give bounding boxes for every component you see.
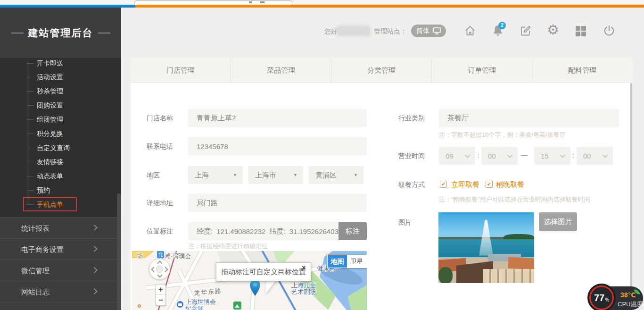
pan-knob[interactable] xyxy=(156,266,163,273)
sidebar-section-label: 电子商务设置 xyxy=(21,245,64,253)
district-select[interactable]: 黄浦区▼ xyxy=(309,166,363,184)
sidebar-item-activity[interactable]: 活动设置 xyxy=(37,70,63,84)
sidebar-scrollbar[interactable] xyxy=(117,193,121,310)
sidebar-item-group-manage[interactable]: 组团管理 xyxy=(37,112,63,126)
sidebar-item-booking[interactable]: 预约 xyxy=(37,183,50,197)
phone-input[interactable]: 12345678 xyxy=(188,137,367,155)
home-icon xyxy=(464,25,476,36)
start-minute-select[interactable]: 00 xyxy=(481,147,518,165)
monitor-icon xyxy=(433,27,441,34)
store-name-input[interactable]: 青青原上草2 xyxy=(188,109,367,127)
pickup-later-checkbox[interactable]: ✔ xyxy=(486,181,493,188)
sidebar-item-forms[interactable]: 动态表单 xyxy=(37,169,63,183)
photo-building-cream xyxy=(483,269,534,283)
chevron-right-icon xyxy=(91,288,98,294)
sidebar-item-groupbuy[interactable]: 团购设置 xyxy=(37,98,63,112)
end-minute-value: 00 xyxy=(583,152,591,160)
mark-location-button[interactable]: 标注 xyxy=(339,222,367,240)
usage-percent: 77 xyxy=(594,293,604,303)
sidebar-item-points[interactable]: 积分兑换 xyxy=(37,126,63,141)
close-icon[interactable]: × xyxy=(302,263,306,271)
category-input[interactable]: 茶餐厅 xyxy=(439,109,619,127)
map-pan-control[interactable] xyxy=(149,259,170,280)
pan-left-icon[interactable] xyxy=(151,267,156,272)
start-minute-value: 00 xyxy=(488,152,496,160)
longitude-value: 121.490882232 xyxy=(216,227,265,235)
language-switch-button[interactable]: 简体 xyxy=(411,25,446,37)
sidebar-section-ecommerce[interactable]: 电子商务设置 xyxy=(0,238,121,260)
usage-gauge[interactable]: 77 % xyxy=(589,285,614,310)
sidebar-section-reports[interactable]: 统计报表 xyxy=(0,217,121,238)
address-input[interactable]: 局门路 xyxy=(188,194,367,212)
choose-image-button[interactable]: 选择图片 xyxy=(539,212,577,231)
north-badge: 北 xyxy=(157,251,164,258)
username-redacted xyxy=(338,27,369,35)
home-button[interactable] xyxy=(464,25,476,38)
cpu-temp-value: 38℃ xyxy=(620,291,636,299)
grid-icon xyxy=(576,26,580,31)
grid-icon xyxy=(581,26,586,31)
map-label-plaza: 场 xyxy=(137,251,143,260)
sidebar-section-partial xyxy=(0,302,121,310)
sidebar-item-card-gift[interactable]: 开卡即送 xyxy=(37,56,63,70)
logout-button[interactable] xyxy=(603,25,615,39)
browser-url-box[interactable] xyxy=(134,0,292,5)
map-widget[interactable]: 场 外滩·湾璞会 龙华东路 上海世博会 纪念展 ♪ 上海儿童 艺术剧场 健康林 … xyxy=(132,251,367,310)
museum-poi-icon xyxy=(177,301,183,308)
tab-order-manage[interactable]: 订单管理 xyxy=(431,58,532,83)
small-poi-icon xyxy=(138,304,141,308)
content-scrollbar[interactable] xyxy=(630,83,632,310)
city-select[interactable]: 上海市▼ xyxy=(248,166,303,184)
tab-category-manage[interactable]: 分类管理 xyxy=(331,58,431,83)
pickup-label: 取餐方式 xyxy=(398,181,425,189)
chevron-down-icon xyxy=(507,152,513,158)
zoom-in-button[interactable]: + xyxy=(156,285,165,295)
edit-button[interactable] xyxy=(520,25,531,38)
sidebar-item-label: 团购设置 xyxy=(37,101,63,109)
map-label-theater2: 艺术剧场 xyxy=(291,288,316,296)
sidebar-item-custom-query[interactable]: 自定义查询 xyxy=(37,141,70,155)
tab-store-manage[interactable]: 门店管理 xyxy=(131,58,231,83)
gear-icon: ⚙ xyxy=(547,22,559,37)
pan-right-icon[interactable] xyxy=(163,267,168,272)
sidebar-item-label: 动态表单 xyxy=(37,172,63,180)
chevron-down-icon xyxy=(602,152,608,158)
sidebar-item-label: 秒杀管理 xyxy=(37,87,63,95)
sidebar-item-label: 积分兑换 xyxy=(37,130,63,137)
sidebar-item-flash-sale[interactable]: 秒杀管理 xyxy=(37,84,63,98)
tab-dish-manage[interactable]: 菜品管理 xyxy=(231,58,331,83)
pan-down-icon[interactable] xyxy=(157,272,162,277)
map-type-map-button[interactable]: 地图 xyxy=(328,255,347,268)
edit-icon xyxy=(520,25,531,36)
start-hour-select[interactable]: 09 xyxy=(439,147,475,165)
sidebar-section-logs[interactable]: 网站日志 xyxy=(0,281,121,302)
map-label-expo2: 纪念展 xyxy=(185,304,204,310)
sidebar-item-links[interactable]: 友情链接 xyxy=(37,155,63,169)
province-select[interactable]: 上海▼ xyxy=(188,166,243,184)
zoom-out-button[interactable]: − xyxy=(156,295,165,305)
sidebar-item-label: 预约 xyxy=(37,186,50,194)
coordinates-field[interactable]: 经度: 121.490882232 纬度: 31.1952626403 xyxy=(188,222,339,240)
sidebar-section-wechat[interactable]: 微信管理 xyxy=(0,260,121,281)
phone-value: 12345678 xyxy=(197,142,228,151)
grid-icon xyxy=(581,32,586,36)
settings-button[interactable]: ⚙ xyxy=(547,24,559,36)
pan-up-icon[interactable] xyxy=(157,260,162,266)
dropdown-arrow-icon: ▼ xyxy=(233,173,237,177)
usage-unit: % xyxy=(605,297,609,302)
url-box-mark xyxy=(260,1,264,3)
end-hour-select[interactable]: 15 xyxy=(534,147,570,165)
image-label: 图片 xyxy=(398,218,412,227)
apps-button[interactable] xyxy=(576,26,586,36)
map-pin-icon[interactable] xyxy=(250,280,260,296)
check-icon: ✔ xyxy=(487,181,491,187)
store-name-value: 青青原上草2 xyxy=(197,114,236,123)
pickup-now-checkbox[interactable]: ✔ xyxy=(440,181,447,188)
map-type-satellite-button[interactable]: 卫星 xyxy=(347,255,366,268)
tab-ingredient-manage[interactable]: 配料管理 xyxy=(532,58,632,83)
pickup-now-label[interactable]: 立即取餐 xyxy=(451,180,479,189)
pickup-later-label[interactable]: 稍晚取餐 xyxy=(496,180,524,189)
latitude-label: 纬度: xyxy=(269,227,285,236)
end-minute-select[interactable]: 00 xyxy=(577,147,613,165)
latitude-value: 31.1952626403 xyxy=(289,227,339,235)
